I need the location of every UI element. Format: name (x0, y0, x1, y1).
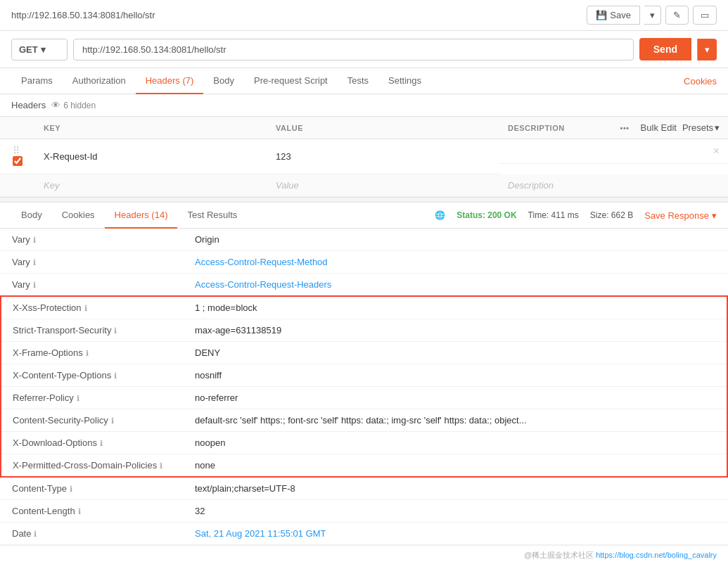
resp-row-key: Strict-Transport-Securityℹ (1, 319, 184, 342)
hidden-count: 6 hidden (63, 101, 96, 110)
response-tabs: Body Cookies Headers (14) Test Results 🌐… (0, 203, 728, 229)
resp-table-row: X-Xss-Protectionℹ1 ; mode=block (1, 296, 727, 319)
comment-icon-button[interactable]: ▭ (693, 6, 717, 25)
th-checkbox (0, 117, 35, 139)
presets-button[interactable]: Presets ▾ (682, 122, 720, 133)
save-response-label: Save Response (644, 210, 709, 221)
send-button[interactable]: Send (639, 38, 691, 60)
tab-pre-request-script[interactable]: Pre-request Script (244, 68, 338, 94)
row-delete-button[interactable]: × (713, 145, 720, 158)
tab-tests[interactable]: Tests (338, 68, 378, 94)
row-key: X-Request-Id (44, 151, 98, 162)
response-status-bar: 🌐 Status: 200 OK Time: 411 ms Size: 662 … (435, 210, 717, 221)
resp-table-row: Content-Security-Policyℹdefault-src 'sel… (1, 409, 727, 432)
save-dropdown-button[interactable]: ▾ (644, 6, 661, 25)
edit-icon-button[interactable]: ✎ (665, 6, 689, 25)
resp-table-row: DateℹSat, 21 Aug 2021 11:55:01 GMT (1, 523, 727, 545)
resp-row-value: Access-Control-Request-Headers (184, 274, 727, 297)
save-response-button[interactable]: Save Response ▾ (644, 210, 717, 221)
headers-sub-bar: Headers 👁 6 hidden (0, 94, 728, 117)
cookies-button[interactable]: Cookies (684, 76, 717, 87)
save-button[interactable]: 💾 Save (587, 6, 640, 25)
window-title: http://192.168.50.134:8081/hello/str (11, 10, 155, 20)
info-icon[interactable]: ℹ (33, 258, 36, 267)
method-select[interactable]: GET ▾ (11, 39, 68, 60)
row-checkbox[interactable] (13, 156, 23, 166)
resp-table-row: Content-Lengthℹ32 (1, 500, 727, 523)
request-tabs: Params Authorization Headers (7) Body Pr… (0, 68, 728, 94)
title-bar-actions: 💾 Save ▾ ✎ ▭ (587, 6, 717, 25)
resp-row-key: Varyℹ (1, 251, 184, 274)
watermark-link: https://blog.csdn.net/boling_cavalry (596, 551, 717, 559)
method-label: GET (19, 44, 38, 55)
resp-row-key: X-Permitted-Cross-Domain-Policiesℹ (1, 454, 184, 478)
resp-row-key: Varyℹ (1, 229, 184, 251)
url-input[interactable] (73, 39, 634, 60)
info-icon[interactable]: ℹ (33, 281, 36, 289)
resp-table-row: Content-Typeℹtext/plain;charset=UTF-8 (1, 477, 727, 500)
resp-row-value: Access-Control-Request-Method (184, 251, 727, 274)
resp-table-row: X-Frame-OptionsℹDENY (1, 342, 727, 364)
tab-authorization[interactable]: Authorization (63, 68, 136, 94)
resp-row-value: 1 ; mode=block (184, 296, 727, 319)
info-icon[interactable]: ℹ (77, 394, 79, 402)
new-row-value-cell[interactable]: Value (267, 174, 499, 197)
hidden-headers-badge[interactable]: 👁 6 hidden (51, 100, 96, 110)
bulk-edit-button[interactable]: Bulk Edit (641, 122, 677, 133)
resp-row-key: X-Xss-Protectionℹ (1, 296, 184, 319)
th-key: KEY (35, 117, 267, 139)
info-icon[interactable]: ℹ (34, 530, 37, 538)
resp-row-key: X-Content-Type-Optionsℹ (1, 364, 184, 387)
tab-params[interactable]: Params (11, 68, 63, 94)
save-response-chevron-icon: ▾ (712, 210, 717, 221)
info-icon[interactable]: ℹ (114, 326, 117, 335)
ellipsis-icon[interactable]: ••• (620, 124, 630, 132)
resp-row-value: max-age=631138519 (184, 319, 727, 342)
section-divider (0, 197, 728, 203)
info-icon[interactable]: ℹ (114, 371, 117, 380)
resp-tab-test-results[interactable]: Test Results (177, 203, 247, 229)
new-row-value-placeholder: Value (276, 180, 299, 191)
resp-row-value: Sat, 21 Aug 2021 11:55:01 GMT (184, 523, 727, 545)
info-icon[interactable]: ℹ (111, 416, 114, 425)
info-icon[interactable]: ℹ (86, 349, 89, 357)
th-value: VALUE (267, 117, 499, 139)
resp-table-row: VaryℹAccess-Control-Request-Headers (1, 274, 727, 297)
resp-row-key: Content-Lengthℹ (1, 500, 184, 523)
response-headers-table: VaryℹOriginVaryℹAccess-Control-Request-M… (0, 229, 728, 545)
new-row-desc-cell[interactable]: Description (499, 174, 728, 197)
tab-headers[interactable]: Headers (7) (136, 68, 204, 94)
resp-tab-cookies[interactable]: Cookies (52, 203, 105, 229)
method-chevron-icon: ▾ (41, 44, 46, 55)
info-icon[interactable]: ℹ (33, 236, 36, 244)
info-icon[interactable]: ℹ (160, 461, 162, 470)
info-icon[interactable]: ℹ (84, 304, 87, 312)
row-value: 123 (276, 151, 291, 162)
resp-tab-body[interactable]: Body (11, 203, 52, 229)
info-icon[interactable]: ℹ (70, 485, 72, 493)
info-icon[interactable]: ℹ (100, 439, 103, 447)
resp-row-key: X-Frame-Optionsℹ (1, 342, 184, 364)
info-icon[interactable]: ℹ (78, 507, 81, 516)
resp-table-row: X-Permitted-Cross-Domain-Policiesℹnone (1, 454, 727, 478)
time-text: Time: 411 ms (528, 210, 579, 220)
row-checkbox-cell[interactable]: ⠿ (0, 139, 35, 174)
resp-tab-headers[interactable]: Headers (14) (105, 203, 178, 229)
send-dropdown-button[interactable]: ▾ (697, 39, 717, 60)
new-row-key-cell[interactable]: Key (35, 174, 267, 197)
size-text: Size: 662 B (590, 210, 633, 220)
row-desc-cell: × (499, 139, 728, 164)
resp-table-row: X-Download-Optionsℹnoopen (1, 432, 727, 454)
resp-table-row: VaryℹAccess-Control-Request-Method (1, 251, 727, 274)
title-bar: http://192.168.50.134:8081/hello/str 💾 S… (0, 0, 728, 31)
eye-icon: 👁 (51, 100, 60, 110)
new-row-desc-placeholder: Description (508, 180, 554, 191)
table-row: ⠿ X-Request-Id 123 × (0, 139, 728, 174)
resp-row-value: noopen (184, 432, 727, 454)
watermark-text: @稀土掘金技术社区 (524, 551, 594, 559)
presets-label: Presets (682, 122, 713, 133)
request-headers-table: KEY VALUE DESCRIPTION ••• Bulk Edit Pres… (0, 117, 728, 197)
resp-row-value: 32 (184, 500, 727, 523)
tab-settings[interactable]: Settings (378, 68, 431, 94)
tab-body[interactable]: Body (203, 68, 244, 94)
